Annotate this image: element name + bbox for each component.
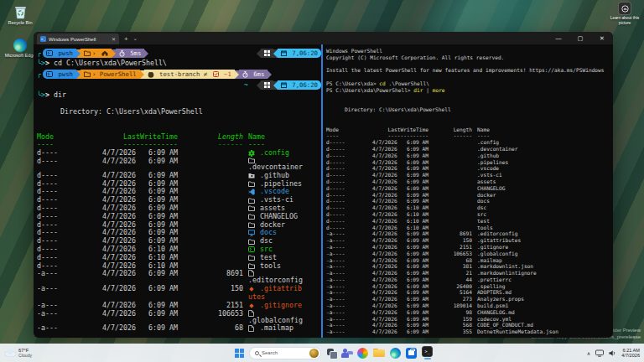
teams-icon[interactable] <box>341 348 352 359</box>
table-row: -a----4/7/2026 6:09 AM568CODE_OF_CONDUCT… <box>326 322 613 328</box>
item-name: .devcontainer <box>472 146 517 153</box>
name-cell: tools <box>243 262 321 271</box>
tray-chevron-icon[interactable]: ∧ <box>587 350 590 356</box>
item-name: .config <box>260 149 289 158</box>
lastwrite-cell: 4/7/2026 6:09 AM <box>363 198 428 204</box>
terminal-taskbar-button[interactable]: >_ <box>422 346 433 359</box>
lastwrite-cell: 4/7/2026 6:10 AM <box>363 211 428 218</box>
calendar-segment: 7,06:20 <box>278 80 321 90</box>
lastwrite-cell: 4/7/2026 6:09 AM <box>363 263 428 270</box>
weather-widget[interactable]: 67°F Cloudy <box>5 348 32 358</box>
command-line: ╰>> dir <box>37 90 321 100</box>
name-cell: src <box>243 246 321 254</box>
length-cell <box>428 165 472 172</box>
mode-cell: -a---- <box>326 283 363 290</box>
table-row: -a----4/7/2026 6:09 AM8691.editorconfig <box>326 230 613 237</box>
command-line: ╰>> cd C:\Users\xda\PowerShell\ <box>37 59 321 68</box>
item-name: docs <box>472 198 490 204</box>
desktop-icon-label: Learn about this picture <box>605 16 644 26</box>
item-name: tools <box>260 262 281 271</box>
mode-cell: -a---- <box>326 289 363 296</box>
table-row: d----4/7/2026 6:09 AMdocker <box>37 221 321 230</box>
search-input[interactable]: Search <box>249 347 321 359</box>
table-row: d----4/7/2026 6:09 AM.config <box>37 149 321 158</box>
close-button[interactable]: ✕ <box>591 35 613 42</box>
minimize-button[interactable]: — <box>548 35 569 41</box>
tab-windows-powershell[interactable]: >_ Windows PowerShell ✕ <box>37 34 119 44</box>
item-name: dsc <box>472 204 486 211</box>
mode-cell: -a---- <box>326 230 363 237</box>
github-icon <box>248 173 257 178</box>
clock[interactable]: 6:21 AM 4/7/2026 <box>621 348 640 359</box>
terminal-icon <box>46 50 53 56</box>
name-cell: .config <box>243 149 321 158</box>
lastwrite-cell: 4/7/2026 6:09 AM <box>363 296 428 303</box>
lastwrite-cell: 4/7/2026 6:09 AM <box>363 289 428 296</box>
length-cell <box>428 218 472 225</box>
lastwrite-cell: 4/7/2026 6:09 AM <box>363 257 428 264</box>
tilde-indicator: ~ <box>244 81 248 90</box>
item-name: tools <box>472 225 493 231</box>
length-cell: 159 <box>428 316 472 323</box>
mode-cell: -a---- <box>326 251 363 257</box>
length-cell: 68 <box>428 257 472 264</box>
file-explorer-icon[interactable] <box>373 349 385 358</box>
prompt2-row: ╭ pwsh› PowerShell test-branch ≠ ~1 6ms <box>37 69 321 80</box>
folder-icon <box>248 205 257 211</box>
search-daily-image <box>309 349 319 358</box>
folder-icon <box>84 71 91 77</box>
tab-close-icon[interactable]: ✕ <box>112 36 116 42</box>
desktop-icon-recycle-bin[interactable]: Recycle Bin <box>2 5 39 25</box>
command-text: cd C:\Users\xda\PowerShell\ <box>54 59 167 68</box>
mode-cell: -a---- <box>326 237 363 244</box>
length-cell <box>428 139 472 146</box>
active-app-indicator <box>424 358 431 359</box>
table-row: -a----4/7/2026 6:09 AM159codecov.yml <box>326 316 613 323</box>
item-name: src <box>472 211 486 218</box>
prompt-connector: ╭ <box>37 49 43 58</box>
length-cell: 26400 <box>428 283 472 290</box>
table-row: -a---4/7/2026 6:09 AM8691.editorconfig <box>37 270 321 285</box>
lastwrite-cell: 4/7/2026 6:09 AM <box>363 303 428 309</box>
folder-icon <box>248 255 257 261</box>
table-row: d----4/7/2026 6:09 AM.devcontainer <box>37 158 321 172</box>
item-name: CHANGELOG <box>472 185 506 192</box>
length-cell: 98 <box>428 309 472 316</box>
item-name: .editorconfig <box>472 230 517 237</box>
display-tray-icon[interactable] <box>595 349 604 357</box>
copilot-icon[interactable] <box>357 348 368 359</box>
item-name: .mailmap <box>472 257 502 264</box>
tab-dropdown-icon[interactable]: ⌄ <box>133 34 138 44</box>
terminal-pane-right[interactable]: Windows PowerShell Copyright (C) Microso… <box>323 44 613 338</box>
item-name: CHANGELOG.md <box>472 309 515 316</box>
edge-taskbar-icon[interactable] <box>390 348 401 359</box>
mode-cell: -a---- <box>326 328 363 335</box>
task-view-button[interactable] <box>326 348 336 358</box>
desktop-icon-spotlight[interactable]: Learn about this picture <box>605 2 644 26</box>
folder-icon <box>248 263 257 269</box>
lastwrite-cell: 4/7/2026 6:09 AM <box>77 324 178 333</box>
item-name: test <box>472 218 490 225</box>
item-name: Analyzers.props <box>472 296 524 303</box>
terminal-pane-left[interactable]: ╭ pwsh› 5ms 7,06:20 ╰>> cd C:\Users\xda\… <box>34 44 321 338</box>
name-cell: test <box>243 254 321 262</box>
store-icon[interactable] <box>406 348 417 359</box>
start-button[interactable] <box>235 349 244 358</box>
new-tab-button[interactable]: + <box>124 34 128 44</box>
lastwrite-cell: 4/7/2026 6:09 AM <box>363 316 428 323</box>
terminal-segment: pwsh <box>43 70 76 79</box>
table-row: d----4/7/2026 6:10 AMtools <box>37 262 321 271</box>
speaker-icon[interactable] <box>609 349 616 357</box>
directory-label: Directory: C:\Users\xda\PowerShell <box>60 108 321 116</box>
length-cell <box>428 153 472 159</box>
prompt1-row: ╭ pwsh› 5ms 7,06:20 <box>37 48 321 59</box>
tray-date: 4/7/2026 <box>621 353 640 358</box>
lastwrite-cell: 4/7/2026 6:09 AM <box>363 322 428 328</box>
item-name: ADOPTERS.md <box>472 289 512 296</box>
item-name: .gitattributes <box>472 237 521 244</box>
maximize-button[interactable]: ▢ <box>569 35 591 42</box>
table-row: -a----4/7/2026 6:09 AM44.prettierrc <box>326 277 613 283</box>
name-cell: .gitattributes <box>243 285 321 302</box>
titlebar[interactable]: >_ Windows PowerShell ✕ + ⌄ — ▢ ✕ <box>34 32 613 44</box>
length-cell: 8691 <box>178 270 243 278</box>
